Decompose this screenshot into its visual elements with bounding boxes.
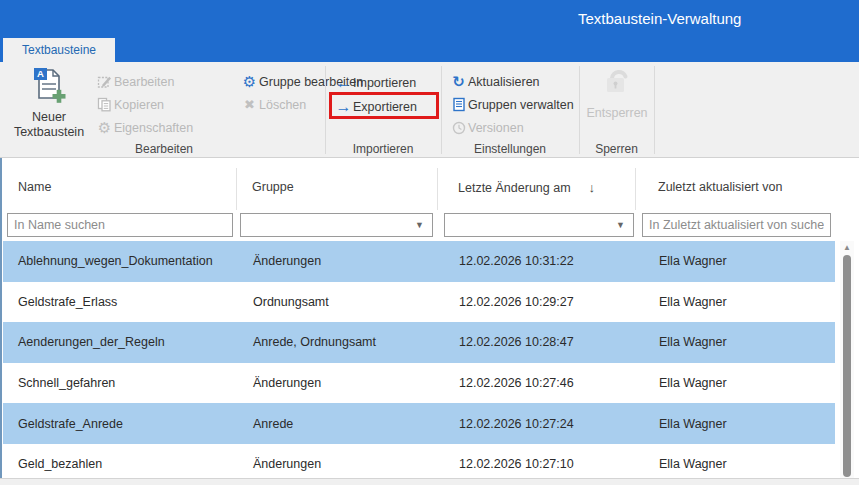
arrow-right-icon: → <box>334 100 353 114</box>
column-header-von[interactable]: Zuletzt aktualisiert von <box>658 180 782 194</box>
importieren-button[interactable]: ← Importieren <box>334 71 416 94</box>
gear-icon: ⚙ <box>95 119 114 137</box>
cell-von: Ella Wagner <box>636 457 826 471</box>
sort-descending-icon: ↓ <box>589 180 596 195</box>
window-left-frame <box>0 158 2 478</box>
cell-gruppe: Änderungen <box>237 457 438 471</box>
cell-name: Aenderungen_der_Regeln <box>3 335 237 349</box>
table-row[interactable]: Geldstrafe_ErlassOrdnungsamt12.02.2026 1… <box>3 282 835 323</box>
eigenschaften-button[interactable]: ⚙ Eigenschaften <box>95 116 193 139</box>
cell-gruppe: Anrede <box>237 417 438 431</box>
refresh-icon: ↻ <box>449 73 468 91</box>
cell-von: Ella Wagner <box>636 295 826 309</box>
group-caption-sperren: Sperren <box>580 142 653 156</box>
titlebar: Textbaustein-Verwaltung <box>0 0 859 62</box>
cell-name: Geldstrafe_Anrede <box>3 417 237 431</box>
ribbon-separator <box>325 66 326 154</box>
loeschen-button[interactable]: ✖ Löschen <box>240 93 306 116</box>
table-row[interactable]: Geldstrafe_AnredeAnrede12.02.2026 10:27:… <box>3 403 835 444</box>
cell-gruppe: Änderungen <box>237 254 438 268</box>
gear-icon: ⚙ <box>240 73 259 91</box>
table-row[interactable]: Geld_bezahlenÄnderungen12.02.2026 10:27:… <box>3 444 835 478</box>
cell-datum: 12.02.2026 10:29:27 <box>438 295 636 309</box>
cell-von: Ella Wagner <box>636 335 826 349</box>
cell-name: Ablehnung_wegen_Dokumentation <box>3 254 237 268</box>
cell-datum: 12.02.2026 10:27:46 <box>438 376 636 390</box>
entsperren-button[interactable]: Entsperren <box>583 66 651 140</box>
scroll-up-icon[interactable]: ▲ <box>840 241 854 254</box>
group-caption-einstellungen: Einstellungen <box>442 142 578 156</box>
table-row[interactable]: Ablehnung_wegen_DokumentationÄnderungen1… <box>3 241 835 282</box>
group-caption-bearbeiten: Bearbeiten <box>3 142 325 156</box>
name-filter-input[interactable] <box>7 213 233 237</box>
neuer-textbaustein-button[interactable]: A Neuer Textbaustein <box>8 66 90 140</box>
ribbon-separator <box>579 66 580 154</box>
ribbon-separator <box>441 66 442 154</box>
cell-von: Ella Wagner <box>636 254 826 268</box>
window-bottom-strip <box>0 478 859 485</box>
cell-datum: 12.02.2026 10:31:22 <box>438 254 636 268</box>
delete-x-icon: ✖ <box>240 97 259 112</box>
unlock-icon <box>599 66 635 103</box>
cell-datum: 12.02.2026 10:27:10 <box>438 457 636 471</box>
column-header-gruppe[interactable]: Gruppe <box>252 180 294 194</box>
table-row[interactable]: Aenderungen_der_RegelnAnrede, Ordnungsam… <box>3 322 835 363</box>
versionen-button[interactable]: Versionen <box>449 116 524 139</box>
window-title: Textbaustein-Verwaltung <box>578 10 741 27</box>
cell-von: Ella Wagner <box>636 417 826 431</box>
cell-gruppe: Änderungen <box>237 376 438 390</box>
tab-label: Textbausteine <box>22 43 96 57</box>
neuer-textbaustein-label: Neuer Textbaustein <box>14 110 84 140</box>
cell-datum: 12.02.2026 10:28:47 <box>438 335 636 349</box>
table: Name Gruppe Letzte Änderung am↓ Zuletzt … <box>0 158 859 485</box>
clock-icon <box>449 121 468 135</box>
datum-filter-dropdown[interactable]: ▼ <box>444 213 634 237</box>
chevron-down-icon: ▼ <box>415 220 424 230</box>
gruppen-verwalten-button[interactable]: Gruppen verwalten <box>449 93 574 116</box>
cell-von: Ella Wagner <box>636 376 826 390</box>
header-separator <box>635 168 636 210</box>
exportieren-button[interactable]: → Exportieren <box>334 95 417 118</box>
arrow-left-icon: ← <box>334 76 353 90</box>
column-header-datum[interactable]: Letzte Änderung am↓ <box>458 180 595 195</box>
kopieren-button[interactable]: Kopieren <box>95 93 164 116</box>
aktualisieren-button[interactable]: ↻ Aktualisieren <box>449 70 540 93</box>
cell-name: Geld_bezahlen <box>3 457 237 471</box>
edit-pencil-icon <box>95 74 114 89</box>
chevron-down-icon: ▼ <box>616 220 625 230</box>
table-rows: Ablehnung_wegen_DokumentationÄnderungen1… <box>3 241 835 478</box>
table-row[interactable]: Schnell_gefahrenÄnderungen12.02.2026 10:… <box>3 363 835 404</box>
gruppe-filter-dropdown[interactable]: ▼ <box>240 213 433 237</box>
bearbeiten-button[interactable]: Bearbeiten <box>95 70 174 93</box>
group-caption-importieren: Importieren <box>326 142 440 156</box>
cell-name: Geldstrafe_Erlass <box>3 295 237 309</box>
cell-gruppe: Anrede, Ordnungsamt <box>237 335 438 349</box>
scrollbar-thumb[interactable] <box>843 255 851 477</box>
cell-name: Schnell_gefahren <box>3 376 237 390</box>
ribbon-separator <box>654 66 655 154</box>
ribbon: A Neuer Textbaustein Bearbeiten <box>0 62 859 158</box>
vertical-scrollbar[interactable]: ▲ <box>840 241 854 478</box>
header-separator <box>437 168 438 210</box>
cell-gruppe: Ordnungsamt <box>237 295 438 309</box>
header-separator <box>236 168 237 210</box>
new-textbaustein-icon: A <box>32 66 66 108</box>
column-header-name[interactable]: Name <box>18 180 51 194</box>
cell-datum: 12.02.2026 10:27:24 <box>438 417 636 431</box>
von-filter-input[interactable] <box>642 213 831 237</box>
tab-textbausteine[interactable]: Textbausteine <box>3 38 115 62</box>
document-list-icon <box>449 97 468 112</box>
app-window: Textbaustein-Verwaltung Textbausteine A <box>0 0 859 485</box>
copy-icon <box>95 97 114 112</box>
svg-text:A: A <box>37 68 44 79</box>
